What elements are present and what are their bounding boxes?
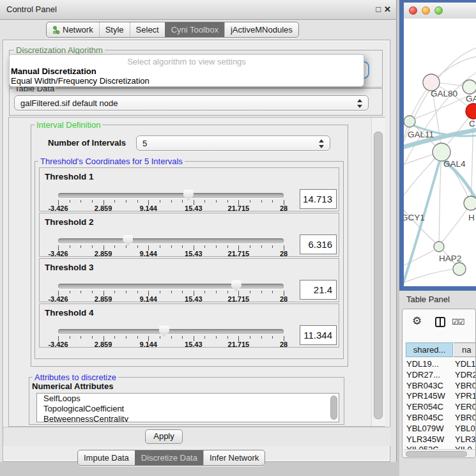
- window-title: Control Panel: [6, 4, 57, 14]
- table-row[interactable]: YLR345WYLR3: [403, 434, 476, 445]
- network-node[interactable]: [433, 143, 450, 161]
- table-row[interactable]: YBL079WYBL0: [403, 424, 476, 434]
- list-item[interactable]: SelfLoops: [37, 394, 339, 404]
- cell-shared-name: YLR345W: [406, 434, 452, 444]
- cell-shared-name: YDL19...: [406, 359, 452, 369]
- cell-shared-name: YBL079W: [406, 424, 452, 433]
- network-graph: GAL80GACGAL11GAL4GCY1HHAP2: [404, 19, 476, 286]
- cell-name: YDL1: [455, 359, 476, 369]
- attributes-group-title: Attributes to discretize: [33, 372, 118, 382]
- node-table-panel: ⚙ ☑☑ shared... na YDL19...YDL1YDR27...YD…: [402, 309, 476, 458]
- apply-strip: [3, 427, 390, 446]
- network-node[interactable]: [404, 116, 415, 127]
- column-header-shared-name[interactable]: shared...: [406, 342, 453, 357]
- threshold-value-field[interactable]: 21.4: [300, 280, 337, 300]
- slider-tick-labels: -3.4262.8599.14415.4321.71528: [58, 295, 284, 303]
- list-item[interactable]: TopologicalCoefficient: [37, 404, 339, 414]
- mac-close-button[interactable]: [409, 6, 417, 15]
- cell-name: YPR1: [455, 391, 476, 401]
- menu-item-equal-width-frequency[interactable]: Equal Width/Frequency Discretization: [11, 76, 150, 86]
- split-columns-icon[interactable]: [435, 317, 445, 327]
- threshold-slider-track[interactable]: [58, 329, 284, 334]
- network-node-label: C: [469, 119, 475, 128]
- network-node-label: HAP2: [439, 254, 461, 263]
- threshold-slider-track[interactable]: [58, 284, 284, 289]
- table-row[interactable]: YBR043CYBR0: [403, 381, 476, 392]
- list-scrollbar-thumb[interactable]: [330, 395, 337, 420]
- network-node-label: GA: [466, 94, 476, 104]
- tab-jactivemnodules[interactable]: jActiveMNodules: [224, 22, 298, 37]
- cell-name: YLR3: [455, 434, 476, 444]
- threshold-slider-thumb[interactable]: [159, 326, 169, 337]
- threshold-row: Threshold 2-3.4262.8599.14415.4321.71528…: [39, 213, 339, 257]
- table-row[interactable]: YPR145WYPR1: [403, 391, 476, 402]
- tab-style[interactable]: Style: [99, 22, 130, 37]
- vertical-scrollbar[interactable]: [371, 118, 385, 426]
- tab-cyni-toolbox[interactable]: Cyni Toolbox: [165, 22, 224, 37]
- table-row[interactable]: YDL19...YDL1: [403, 359, 476, 370]
- threshold-value-field[interactable]: 6.316: [300, 234, 337, 254]
- numerical-attributes-list: SelfLoopsTopologicalCoefficientBetweenne…: [36, 393, 339, 422]
- threshold-value-field[interactable]: 14.713: [300, 189, 337, 209]
- slider-tick-labels: -3.4262.8599.14415.4321.71528: [58, 204, 284, 212]
- close-icon[interactable]: ✕: [384, 4, 391, 14]
- cell-shared-name: YBR043C: [406, 381, 452, 390]
- threshold-row: Threshold 1-3.4262.8599.14415.4321.71528…: [39, 167, 339, 211]
- vertical-scrollbar-thumb[interactable]: [374, 132, 383, 419]
- column-header-name[interactable]: na: [454, 342, 476, 357]
- cell-shared-name: YDR27...: [406, 370, 452, 380]
- horizontal-scrollbar[interactable]: [404, 449, 475, 458]
- screen: Control Panel □ ✕ Network Style Select C: [0, 0, 476, 476]
- list-item[interactable]: BetweennessCentrality: [37, 414, 339, 422]
- apply-button[interactable]: Apply: [145, 429, 183, 444]
- threshold-label: Threshold 3: [45, 263, 94, 272]
- mac-minimize-button[interactable]: [422, 6, 430, 15]
- network-node[interactable]: [453, 263, 466, 275]
- network-node[interactable]: [464, 196, 476, 210]
- cell-shared-name: YBR045C: [406, 413, 452, 422]
- control-panel-titlebar: Control Panel □ ✕: [0, 0, 396, 20]
- threshold-slider-thumb[interactable]: [123, 235, 133, 246]
- network-window-titlebar: [404, 3, 476, 19]
- threshold-slider-track[interactable]: [58, 238, 284, 243]
- threshold-slider-thumb[interactable]: [183, 190, 194, 201]
- table-row[interactable]: YBR045CYBR0: [403, 413, 476, 424]
- mac-zoom-button[interactable]: [434, 6, 443, 15]
- threshold-slider-thumb[interactable]: [231, 280, 242, 291]
- table-row[interactable]: YER054CYER0: [403, 402, 476, 413]
- gear-icon[interactable]: ⚙: [412, 316, 422, 326]
- discretization-algorithm-group-title: Discretization Algorithm: [14, 45, 105, 55]
- control-panel-window: Control Panel □ ✕ Network Style Select C: [0, 0, 397, 462]
- stepper-icon: [319, 139, 325, 149]
- stepper-icon: [357, 98, 363, 109]
- tab-select[interactable]: Select: [130, 22, 165, 37]
- network-node-label: GAL11: [408, 130, 434, 139]
- checkboxes-icon[interactable]: ☑☑: [452, 318, 464, 326]
- table-panel-title: Table Panel: [406, 295, 450, 304]
- threshold-value-field[interactable]: 11.344: [300, 325, 337, 345]
- cell-shared-name: YER054C: [406, 402, 452, 411]
- thresholds-group-title: Threshold's Coordinates for 5 Intervals: [38, 157, 185, 166]
- cell-name: YBL0: [455, 424, 475, 433]
- tab-impute-data[interactable]: Impute Data: [78, 450, 135, 465]
- menu-item-manual-discretization[interactable]: Manual Discretization: [11, 66, 96, 76]
- network-canvas[interactable]: GAL80GACGAL11GAL4GCY1HHAP2: [404, 19, 476, 286]
- table-data-combobox[interactable]: galFiltered.sif default node: [14, 95, 369, 111]
- threshold-rows: Threshold 1-3.4262.8599.14415.4321.71528…: [39, 167, 339, 349]
- numerical-attributes-label: Numerical Attributes: [32, 381, 113, 391]
- cyni-bottom-tabs: Impute Data Discretize Data Infer Networ…: [77, 450, 265, 466]
- tab-network[interactable]: Network: [47, 22, 99, 37]
- network-node-label: GCY1: [404, 213, 425, 222]
- horizontal-scrollbar-thumb[interactable]: [406, 451, 467, 457]
- table-row[interactable]: YDR27...YDR2: [403, 370, 476, 381]
- cell-name: YBR0: [455, 381, 476, 390]
- network-node[interactable]: [463, 80, 476, 94]
- network-node[interactable]: [434, 242, 444, 252]
- float-window-icon[interactable]: □: [376, 4, 381, 14]
- tab-infer-network[interactable]: Infer Network: [203, 450, 265, 465]
- tab-discretize-data[interactable]: Discretize Data: [135, 450, 203, 465]
- number-of-intervals-combobox[interactable]: 5: [136, 135, 330, 151]
- threshold-label: Threshold 1: [45, 172, 94, 181]
- threshold-slider-track[interactable]: [58, 193, 284, 198]
- threshold-label: Threshold 4: [45, 308, 94, 318]
